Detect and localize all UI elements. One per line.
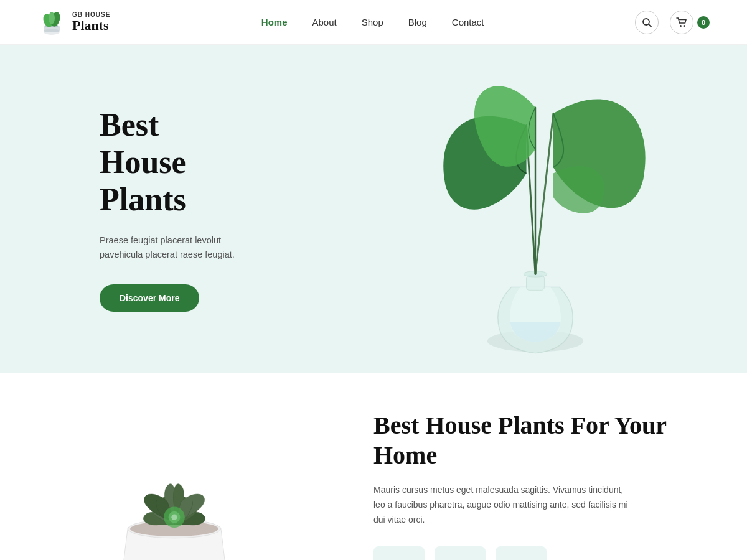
svg-rect-11 <box>527 275 545 290</box>
thumbnail-1[interactable] <box>374 546 425 560</box>
hero-content: Best House Plants Praese feugiat placera… <box>0 57 349 362</box>
thumb-plant-1 <box>383 553 415 560</box>
svg-point-8 <box>680 25 682 27</box>
site-header: GB HOUSE Plants Home About Shop Blog Con… <box>0 0 747 45</box>
svg-line-7 <box>649 24 651 27</box>
cart-icon <box>676 17 687 27</box>
cart-count: 0 <box>697 16 710 29</box>
svg-point-9 <box>683 25 685 27</box>
main-nav: Home About Shop Blog Contact <box>261 17 484 27</box>
logo-text: GB HOUSE Plants <box>72 11 110 33</box>
nav-about[interactable]: About <box>312 17 337 27</box>
discover-more-button[interactable]: Discover More <box>100 284 199 312</box>
section2-title: Best House Plants For Your Home <box>374 411 710 470</box>
succulent-illustration <box>68 423 280 560</box>
about-section: Best House Plants For Your Home Mauris c… <box>0 373 747 560</box>
nav-home[interactable]: Home <box>261 17 288 27</box>
svg-point-2 <box>44 29 60 35</box>
search-icon <box>642 17 652 27</box>
nav-shop[interactable]: Shop <box>362 17 383 27</box>
hero-image-area <box>324 45 747 373</box>
thumb-plant-3 <box>505 553 537 560</box>
svg-point-5 <box>49 12 55 24</box>
hero-title: Best House Plants <box>100 106 249 218</box>
succulent-svg <box>68 423 280 560</box>
thumbnail-3[interactable] <box>496 546 547 560</box>
cart-icon-wrap <box>670 11 693 34</box>
hero-plant-illustration <box>392 54 679 373</box>
logo-title: Plants <box>72 18 110 33</box>
cart-button[interactable]: 0 <box>670 11 710 34</box>
section2-description: Mauris cursus metus eget malesuada sagit… <box>374 483 635 527</box>
thumbnail-2[interactable] <box>435 546 486 560</box>
logo[interactable]: GB HOUSE Plants <box>37 8 110 37</box>
logo-icon <box>37 8 66 37</box>
search-button[interactable] <box>635 11 659 34</box>
hero-description: Praese feugiat placerat levolut pavehicu… <box>100 233 249 262</box>
nav-contact[interactable]: Contact <box>452 17 484 27</box>
nav-blog[interactable]: Blog <box>408 17 427 27</box>
svg-line-14 <box>535 113 553 274</box>
svg-point-21 <box>171 515 177 520</box>
thumb-plant-2 <box>444 553 476 560</box>
section2-content: Best House Plants For Your Home Mauris c… <box>349 411 747 560</box>
section2-plant-image <box>0 411 349 560</box>
header-actions: 0 <box>635 11 710 34</box>
hero-section: Best House Plants Praese feugiat placera… <box>0 45 747 373</box>
section2-thumbnails <box>374 546 710 560</box>
